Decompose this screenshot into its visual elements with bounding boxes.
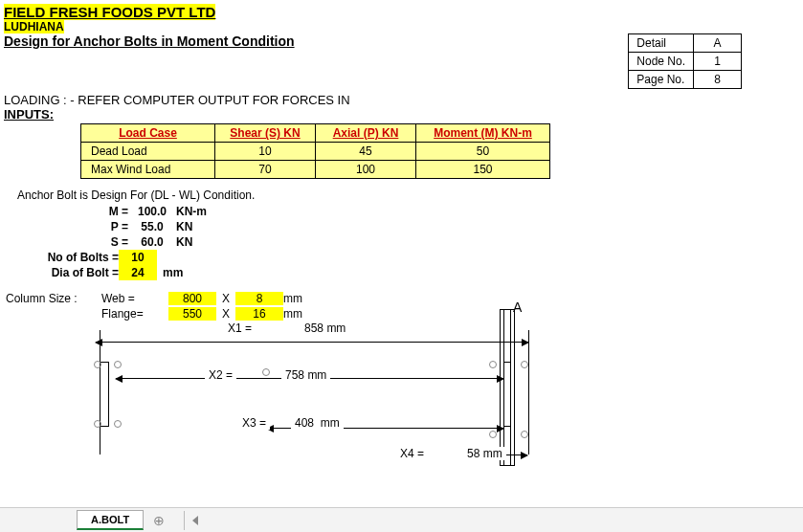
design-condition: Anchor Bolt is Design For (DL - WL) Cond… xyxy=(17,188,799,202)
hscroll-left-icon[interactable] xyxy=(192,516,198,525)
bolt-hole xyxy=(114,361,122,368)
dim-x1 xyxy=(96,342,528,343)
sheet-tab-bar: A.BOLT ⊕ xyxy=(0,507,803,532)
anchor-bolt-diagram: A X1 = 858 mm X2 = 758 mm X3 = xyxy=(100,321,645,474)
table-row: Max Wind Load 70 100 150 xyxy=(81,161,550,179)
table-row: Dead Load 10 45 50 xyxy=(81,143,550,161)
bolt-hole xyxy=(521,431,528,438)
loading-note: LOADING : - REFER COMPUTER OUTPUT FOR FO… xyxy=(4,93,799,107)
design-m: M =100.0KN-m xyxy=(71,204,799,219)
design-s: S =60.0KN xyxy=(71,234,799,250)
add-sheet-button[interactable]: ⊕ xyxy=(153,513,165,528)
bolt-hole xyxy=(114,420,122,428)
bolt-hole xyxy=(489,361,497,368)
bolt-hole xyxy=(94,361,101,368)
loads-table: Load Case Shear (S) KN Axial (P) KN Mome… xyxy=(80,123,550,179)
design-p: P =55.0KN xyxy=(71,219,799,234)
location: LUDHIANA xyxy=(4,20,799,33)
bolt-hole xyxy=(94,420,101,428)
bolt-hole xyxy=(262,368,270,376)
bolt-hole xyxy=(521,361,528,368)
bolt-hole xyxy=(489,431,497,438)
dia-of-bolt: Dia of Bolt =24mm xyxy=(23,265,799,280)
sheet-tab-abolt[interactable]: A.BOLT xyxy=(77,510,144,530)
inputs-heading: INPUTS: xyxy=(4,107,799,122)
company-title: FIELD FRESH FOODS PVT LTD xyxy=(4,4,799,20)
no-of-bolts: No of Bolts =10 xyxy=(23,250,799,265)
column-size: Column Size : Web = 800 X 8 mm Flange= 5… xyxy=(6,292,799,321)
doc-title: Design for Anchor Bolts in Moment Condit… xyxy=(4,33,295,49)
detail-box: DetailA Node No.1 Page No.8 xyxy=(628,33,742,89)
